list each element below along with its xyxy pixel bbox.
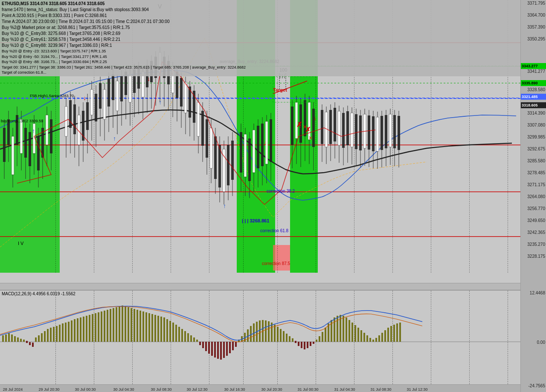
svg-text:correction 38.2: correction 38.2 xyxy=(267,189,295,193)
svg-rect-255 xyxy=(136,310,138,342)
svg-rect-62 xyxy=(129,75,131,102)
svg-rect-257 xyxy=(142,311,144,342)
svg-rect-339 xyxy=(387,328,389,342)
time-label-10: 31 Jul 08:30 xyxy=(370,387,391,392)
svg-rect-102 xyxy=(214,136,217,179)
pl-6: 3328.580 xyxy=(527,87,545,92)
time-label-5: 30 Jul 12:30 xyxy=(186,387,207,392)
pl-15: 3271.175 xyxy=(527,182,545,187)
macd-svg xyxy=(0,297,520,392)
svg-rect-303 xyxy=(280,329,282,342)
svg-rect-308 xyxy=(295,341,296,343)
svg-rect-158 xyxy=(359,115,362,150)
svg-rect-54 xyxy=(112,75,114,100)
svg-rect-313 xyxy=(310,342,311,346)
svg-rect-116 xyxy=(248,138,251,181)
svg-rect-223 xyxy=(41,333,43,342)
svg-rect-148 xyxy=(338,111,340,145)
svg-rect-170 xyxy=(385,115,387,148)
svg-rect-36 xyxy=(73,104,76,134)
svg-rect-267 xyxy=(172,323,174,342)
svg-rect-30 xyxy=(50,119,52,153)
svg-rect-312 xyxy=(307,342,308,348)
svg-rect-150 xyxy=(342,113,345,148)
svg-rect-215 xyxy=(17,337,19,342)
time-labels-bar: 28 Jul 2024 29 Jul 20:30 30 Jul 00:30 30… xyxy=(0,384,520,392)
svg-rect-166 xyxy=(376,117,379,151)
header-line-5: Buy %2@ Market price or at: 3268.861 | T… xyxy=(2,25,519,31)
svg-rect-280 xyxy=(211,342,213,356)
svg-rect-212 xyxy=(8,333,10,342)
svg-text:↑: ↑ xyxy=(247,190,250,197)
time-label-4: 30 Jul 08:30 xyxy=(151,387,171,392)
main-chart: ↑ ↑ ↑ ↑ ↑ ↓ ↓ ↓ ↓ ↓ ↓ ↓ ✕ ✕ Target 100 a… xyxy=(0,0,520,290)
svg-rect-176 xyxy=(398,116,400,150)
svg-rect-222 xyxy=(38,335,40,342)
svg-rect-324 xyxy=(343,316,344,342)
pl-13: 3285.580 xyxy=(527,159,545,163)
svg-rect-42 xyxy=(86,102,89,130)
header-line-8: Buy %10 @ C_Entry88: 3239.967 | Target:3… xyxy=(2,43,519,49)
svg-rect-56 xyxy=(116,81,119,111)
macd-price-3: -24.7565 xyxy=(529,383,545,388)
svg-rect-283 xyxy=(220,342,222,360)
svg-rect-20 xyxy=(29,132,31,166)
svg-rect-18 xyxy=(24,128,27,158)
time-label-0: 28 Jul 2024 xyxy=(3,387,23,392)
price-line-blue: 3321.485 xyxy=(521,94,546,100)
macd-label: MACD(12,26,9) 4.4956 6.0319 -1.5562 xyxy=(2,291,76,296)
svg-rect-211 xyxy=(5,334,7,342)
svg-rect-46 xyxy=(95,94,97,121)
svg-rect-315 xyxy=(316,340,317,342)
svg-text:| | |  3268.861: | | | 3268.861 xyxy=(242,218,269,223)
svg-rect-276 xyxy=(199,342,201,345)
svg-rect-126 xyxy=(270,119,272,162)
svg-rect-217 xyxy=(23,340,25,342)
svg-rect-88 xyxy=(184,82,187,113)
chart-header: ETHUSD,M15 3314.074 3318.605 3314.074 33… xyxy=(0,0,520,76)
svg-rect-286 xyxy=(229,342,231,353)
svg-rect-262 xyxy=(157,316,159,342)
svg-rect-118 xyxy=(253,130,255,173)
svg-rect-251 xyxy=(125,306,126,342)
svg-rect-287 xyxy=(232,342,234,350)
svg-text:↑: ↑ xyxy=(159,99,162,106)
svg-rect-343 xyxy=(399,323,401,342)
svg-rect-232 xyxy=(68,322,70,342)
svg-rect-318 xyxy=(325,328,326,342)
macd-price-1: 12.4468 xyxy=(530,291,545,295)
svg-rect-152 xyxy=(346,111,349,145)
svg-rect-253 xyxy=(131,308,132,342)
svg-text:↓: ↓ xyxy=(309,140,312,147)
svg-rect-331 xyxy=(363,333,365,342)
svg-rect-342 xyxy=(396,323,398,342)
svg-rect-330 xyxy=(360,330,362,342)
svg-rect-294 xyxy=(253,323,255,342)
svg-rect-58 xyxy=(120,76,123,101)
svg-rect-12 xyxy=(12,136,14,175)
svg-rect-228 xyxy=(56,326,58,342)
time-label-6: 30 Jul 16:30 xyxy=(224,387,245,392)
header-line-6: Buy %10 @ C_Entry38: 3275.668 | Target:3… xyxy=(2,31,519,37)
svg-rect-172 xyxy=(389,114,392,147)
svg-rect-112 xyxy=(240,132,242,173)
header-line-7: Buy %10 @ C_Entry61: 3258.578 | Target:3… xyxy=(2,37,519,43)
svg-rect-146 xyxy=(334,108,336,141)
svg-rect-273 xyxy=(190,335,192,342)
macd-axis: 12.4468 0.00 -24.7565 xyxy=(520,290,546,392)
svg-rect-128 xyxy=(291,107,293,145)
svg-rect-328 xyxy=(354,325,356,342)
svg-rect-341 xyxy=(393,325,395,342)
svg-rect-214 xyxy=(14,336,16,342)
svg-rect-221 xyxy=(35,337,37,342)
svg-rect-231 xyxy=(65,323,67,342)
svg-rect-227 xyxy=(53,327,55,342)
svg-rect-261 xyxy=(154,315,156,342)
svg-rect-301 xyxy=(274,325,276,342)
svg-rect-52 xyxy=(107,79,110,107)
svg-rect-288 xyxy=(235,342,237,347)
svg-rect-110 xyxy=(231,141,234,180)
svg-text:correction 61.8: correction 61.8 xyxy=(260,228,289,233)
price-axis: 3343.277 3335.890 3321.485 3318.605 3371… xyxy=(520,0,546,290)
svg-rect-292 xyxy=(247,329,249,342)
